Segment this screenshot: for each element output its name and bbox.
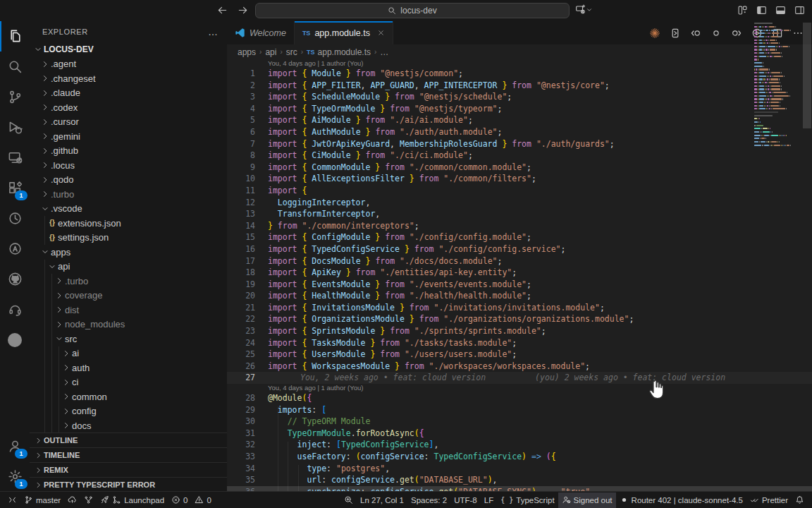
activity-item-run-and-debug[interactable] [0, 112, 30, 143]
code-line-14[interactable]: 14} from "./common/interceptors"; [227, 220, 812, 232]
line-number[interactable]: 3 [227, 91, 268, 103]
code-line-25[interactable]: 25import { UsersModule } from "./users/u… [227, 349, 812, 361]
activity-item-remote-explorer[interactable] [0, 143, 30, 173]
previous-change-icon[interactable] [690, 28, 701, 39]
line-number[interactable]: 14 [227, 220, 268, 232]
activity-item-github[interactable] [0, 264, 30, 294]
history-forward-icon[interactable] [238, 5, 248, 16]
tree-item--turbo[interactable]: .turbo [30, 187, 227, 202]
activity-item-live-share[interactable] [0, 294, 30, 325]
status-git-branch[interactable]: master [20, 492, 64, 508]
tree-item-locus-dev[interactable]: LOCUS-DEV [30, 42, 227, 57]
status-eol[interactable]: LF [481, 492, 497, 508]
tree-item-ci[interactable]: ci [30, 375, 227, 390]
line-number[interactable]: 16 [227, 243, 268, 255]
code-line-15[interactable]: 15import { ConfigModule } from "./config… [227, 231, 812, 243]
code-line-35[interactable]: 35 url: configService.get("DATABASE_URL"… [227, 474, 812, 486]
tree-item--claude[interactable]: .claude [30, 86, 227, 101]
line-number[interactable]: 29 [227, 404, 268, 416]
activity-item-pointer-extension[interactable] [0, 234, 30, 264]
line-number[interactable]: 13 [227, 208, 268, 220]
code-line-3[interactable]: 3import { ScheduleModule } from "@nestjs… [227, 91, 812, 103]
activity-item-settings[interactable]: 1 [0, 461, 30, 492]
codelens[interactable]: You, 4 days ago | 1 author (You) [227, 384, 812, 392]
status-launchpad[interactable]: Launchpad [97, 492, 168, 508]
breadcrumb-item[interactable]: apps [238, 47, 256, 57]
line-number[interactable]: 24 [227, 337, 268, 349]
status-prettier[interactable]: Prettier [746, 492, 792, 508]
scrollbar-thumb[interactable] [803, 23, 811, 128]
status-publish-changes[interactable] [64, 492, 80, 508]
line-number[interactable]: 15 [227, 231, 268, 243]
activity-item-profile-avatar[interactable] [0, 325, 30, 355]
code-line-4[interactable]: 4import { TypeOrmModule } from "@nestjs/… [227, 103, 812, 115]
sidebar-section-timeline[interactable]: TIMELINE [30, 447, 227, 462]
tree-item-ai[interactable]: ai [30, 346, 227, 361]
code-line-27[interactable]: 27You, 2 weeks ago • feat: cloud version… [227, 372, 812, 384]
code-line-13[interactable]: 13 TransformInterceptor, [227, 208, 812, 220]
code-line-2[interactable]: 2import { APP_FILTER, APP_GUARD, APP_INT… [227, 80, 812, 92]
code-line-18[interactable]: 18import { ApiKey } from "./entities/api… [227, 267, 812, 279]
line-number[interactable]: 10 [227, 173, 268, 185]
tree-item--cursor[interactable]: .cursor [30, 115, 227, 130]
tree-item-extensions-json[interactable]: {}extensions.json [30, 216, 227, 231]
status-signed-out[interactable]: Signed out [558, 492, 616, 508]
line-number[interactable]: 12 [227, 197, 268, 209]
open-preview-icon[interactable] [670, 28, 681, 39]
code-line-20[interactable]: 20import { HealthModule } from "./health… [227, 290, 812, 302]
layout-secondary-sidebar-icon[interactable] [794, 5, 805, 16]
line-number[interactable]: 2 [227, 80, 268, 92]
status-cursor-position[interactable]: Ln 27, Col 1 [357, 492, 407, 508]
code-line-22[interactable]: 22import { OrganizationsModule } from ".… [227, 313, 812, 325]
tree-item--github[interactable]: .github [30, 144, 227, 159]
sidebar-section-pretty-typescript-error[interactable]: PRETTY TYPESCRIPT ERROR [30, 477, 227, 492]
status-zoom[interactable] [340, 492, 357, 508]
tab-app-module-ts[interactable]: TSapp.module.ts [295, 21, 393, 44]
code-line-5[interactable]: 5import { AiModule } from "./ai/ai.modul… [227, 114, 812, 126]
status-warnings[interactable]: 0 [191, 492, 214, 508]
code-editor[interactable]: You, 4 days ago | 1 author (You)1import … [227, 59, 812, 492]
code-line-12[interactable]: 12 LoggingInterceptor, [227, 197, 812, 209]
activity-item-accounts[interactable]: 1 [0, 431, 30, 461]
status-remote-indicator[interactable] [4, 492, 20, 508]
tree-item--turbo[interactable]: .turbo [30, 274, 227, 289]
line-number[interactable]: 26 [227, 361, 268, 373]
line-number[interactable]: 31 [227, 428, 268, 440]
change-icon[interactable] [710, 28, 722, 39]
line-number[interactable]: 19 [227, 279, 268, 291]
code-line-17[interactable]: 17import { DocsModule } from "./docs/doc… [227, 255, 812, 267]
status-model-selector[interactable]: Router 402 | claude-sonnet-4.5 [616, 492, 746, 508]
code-line-30[interactable]: 30 // TypeORM Module [227, 416, 812, 428]
tree-item--qodo[interactable]: .qodo [30, 173, 227, 188]
tree-item-docs[interactable]: docs [30, 418, 227, 433]
layout-grid-icon[interactable] [737, 5, 748, 16]
line-number[interactable]: 27 [227, 372, 268, 384]
status-errors[interactable]: 0 [168, 492, 191, 508]
manage-window-button[interactable] [575, 4, 593, 15]
history-back-icon[interactable] [217, 5, 228, 16]
breadcrumb-item[interactable]: … [380, 47, 388, 57]
code-line-19[interactable]: 19import { EventsModule } from "./events… [227, 279, 812, 291]
line-number[interactable]: 20 [227, 290, 268, 302]
activity-item-search[interactable] [0, 52, 30, 82]
activity-item-explorer[interactable] [0, 21, 30, 52]
tree-item-api[interactable]: api [30, 260, 227, 274]
line-number[interactable]: 33 [227, 451, 268, 463]
code-line-1[interactable]: 1import { Module } from "@nestjs/common"… [227, 68, 812, 80]
tree-item-common[interactable]: common [30, 389, 227, 404]
status-commit-graph[interactable] [80, 492, 97, 508]
next-change-icon[interactable] [731, 28, 742, 39]
code-line-7[interactable]: 7import { JwtOrApiKeyGuard, MembershipRo… [227, 138, 812, 150]
sidebar-more-actions[interactable]: … [208, 26, 219, 37]
line-number[interactable]: 7 [227, 138, 268, 150]
line-number[interactable]: 22 [227, 313, 268, 325]
status-language-mode[interactable]: { }TypeScript [497, 492, 558, 508]
tree-item-node-modules[interactable]: node_modules [30, 318, 227, 332]
line-number[interactable]: 9 [227, 162, 268, 174]
code-line-21[interactable]: 21import { InvitationsModule } from "./i… [227, 302, 812, 314]
layout-sidebar-icon[interactable] [756, 5, 767, 16]
status-encoding[interactable]: UTF-8 [450, 492, 481, 508]
tree-item-coverage[interactable]: coverage [30, 289, 227, 303]
tree-item-auth[interactable]: auth [30, 361, 227, 375]
line-number[interactable]: 28 [227, 392, 268, 404]
